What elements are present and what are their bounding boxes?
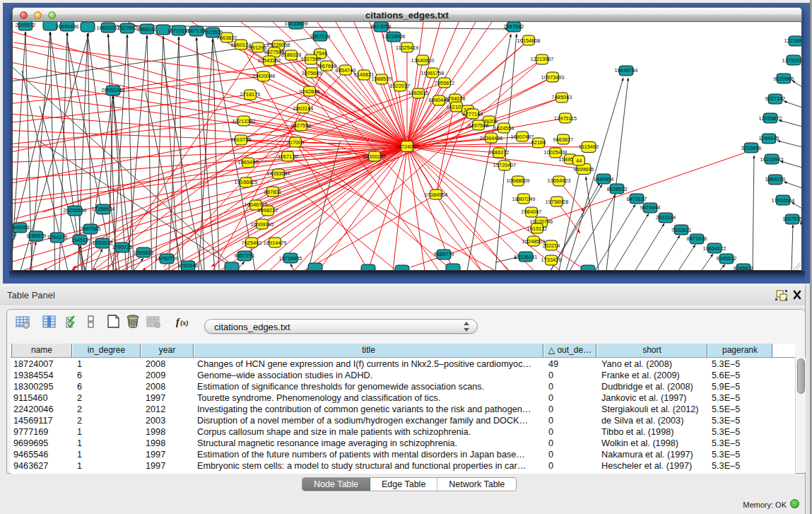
svg-text:9794028: 9794028	[445, 95, 466, 102]
svg-text:10653267: 10653267	[97, 25, 120, 31]
svg-text:7632621: 7632621	[671, 227, 692, 233]
svg-text:20364436: 20364436	[480, 135, 503, 141]
svg-text:10025438: 10025438	[544, 149, 567, 156]
svg-text:11325419: 11325419	[396, 45, 418, 51]
svg-text:13218906: 13218906	[382, 33, 406, 40]
svg-text:16961758: 16961758	[421, 70, 445, 76]
svg-text:1733426: 1733426	[541, 257, 562, 263]
svg-text:44: 44	[576, 158, 582, 164]
svg-text:9474444: 9474444	[640, 204, 661, 211]
svg-text:17016504: 17016504	[772, 197, 795, 204]
svg-text:10973493: 10973493	[541, 74, 565, 81]
svg-text:2967608: 2967608	[317, 63, 337, 69]
svg-text:7485063: 7485063	[552, 94, 572, 100]
svg-text:1440954: 1440954	[594, 176, 614, 182]
svg-text:18807249: 18807249	[512, 196, 536, 202]
svg-text:16210943: 16210943	[760, 156, 784, 163]
svg-text:9242848: 9242848	[300, 88, 320, 95]
svg-text:7625402: 7625402	[242, 240, 262, 246]
svg-text:9327505: 9327505	[301, 56, 322, 62]
svg-text:1845061: 1845061	[13, 224, 30, 230]
svg-text:16914479: 16914479	[264, 240, 287, 246]
svg-text:13751074: 13751074	[782, 57, 802, 64]
svg-text:19166825: 19166825	[235, 179, 258, 185]
svg-text:3875685: 3875685	[302, 70, 322, 76]
svg-text:3215956: 3215956	[741, 145, 762, 151]
svg-text:10807487: 10807487	[511, 134, 534, 140]
svg-text:10654122: 10654122	[703, 245, 726, 252]
svg-text:1294275: 1294275	[47, 234, 68, 240]
svg-text:20053346: 20053346	[102, 87, 125, 93]
svg-text:1624554: 1624554	[494, 125, 514, 132]
svg-text:114513: 114513	[71, 237, 88, 243]
svg-text:1362615: 1362615	[408, 90, 429, 96]
svg-text:8471636: 8471636	[687, 235, 707, 242]
svg-text:12093872: 12093872	[759, 115, 782, 122]
svg-text:7955812: 7955812	[435, 80, 455, 86]
svg-text:8938913: 8938913	[607, 186, 628, 192]
svg-text:1615132: 1615132	[527, 226, 548, 232]
svg-text:(x): (x)	[180, 319, 189, 327]
svg-text:12213392: 12213392	[233, 118, 256, 124]
svg-text:19654923: 19654923	[548, 177, 571, 184]
svg-text:23420046: 23420046	[252, 73, 276, 79]
svg-text:9115460: 9115460	[579, 144, 599, 150]
svg-text:2055572: 2055572	[16, 22, 36, 28]
svg-text:9129966: 9129966	[774, 76, 794, 82]
svg-text:887831: 887831	[264, 189, 282, 195]
svg-text:1244415: 1244415	[759, 135, 779, 141]
svg-text:8186328: 8186328	[281, 52, 302, 58]
svg-text:19756928: 19756928	[546, 199, 569, 205]
svg-text:12213967: 12213967	[531, 56, 554, 62]
svg-text:1527602: 1527602	[117, 25, 138, 31]
svg-text:15720407: 15720407	[493, 162, 517, 168]
svg-text:2687682: 2687682	[504, 23, 524, 30]
svg-text:9463627: 9463627	[553, 136, 574, 143]
svg-text:9427552: 9427552	[291, 122, 312, 129]
svg-text:2803144: 2803144	[293, 105, 314, 112]
svg-text:1498222: 1498222	[258, 207, 278, 214]
svg-text:19384554: 19384554	[425, 192, 448, 198]
svg-text:2984067: 2984067	[522, 209, 542, 215]
svg-text:7857224: 7857224	[310, 33, 331, 40]
svg-text:9585779: 9585779	[434, 251, 454, 257]
svg-text:16009345: 16009345	[251, 221, 274, 228]
svg-text:12975115: 12975115	[554, 115, 577, 122]
svg-text:217003: 217003	[287, 139, 305, 146]
svg-text:1250513: 1250513	[93, 240, 113, 246]
svg-text:15248519: 15248519	[522, 238, 546, 245]
svg-text:15716485: 15716485	[279, 255, 302, 262]
svg-text:16154808: 16154808	[517, 37, 541, 44]
svg-text:1292346: 1292346	[178, 262, 199, 269]
svg-text:252214: 252214	[543, 243, 560, 249]
svg-text:7663822: 7663822	[217, 35, 237, 41]
svg-text:6479197: 6479197	[627, 196, 647, 202]
svg-text:8660124: 8660124	[231, 42, 252, 48]
svg-text:9777169: 9777169	[463, 111, 483, 117]
svg-text:13640910: 13640910	[411, 57, 435, 64]
svg-text:2386372: 2386372	[489, 149, 510, 156]
svg-text:1588520: 1588520	[372, 76, 392, 82]
svg-text:2933114: 2933114	[656, 214, 676, 221]
svg-text:9245612: 9245612	[717, 255, 737, 262]
svg-text:1156829: 1156829	[26, 233, 46, 239]
svg-text:18300295: 18300295	[363, 153, 387, 160]
svg-text:20691406: 20691406	[56, 23, 79, 30]
svg-text:9245632: 9245632	[734, 265, 754, 271]
svg-text:16033809: 16033809	[285, 22, 308, 27]
svg-text:1010755: 1010755	[231, 136, 252, 143]
svg-text:1167535: 1167535	[782, 216, 802, 222]
svg-text:1795725: 1795725	[112, 244, 133, 250]
svg-text:20206556: 20206556	[64, 207, 87, 214]
svg-text:18724007: 18724007	[396, 144, 419, 150]
svg-text:12218906: 12218906	[784, 37, 802, 44]
svg-text:16648784: 16648784	[615, 67, 638, 74]
svg-text:9227342: 9227342	[765, 95, 786, 102]
svg-text:8466160: 8466160	[137, 26, 158, 33]
svg-text:8322037: 8322037	[390, 83, 411, 89]
svg-text:16782759: 16782759	[155, 255, 179, 262]
svg-text:1569290: 1569290	[765, 176, 786, 182]
svg-text:10688609: 10688609	[507, 177, 530, 184]
svg-text:10543362: 10543362	[258, 57, 281, 64]
svg-text:6497568: 6497568	[469, 122, 489, 129]
